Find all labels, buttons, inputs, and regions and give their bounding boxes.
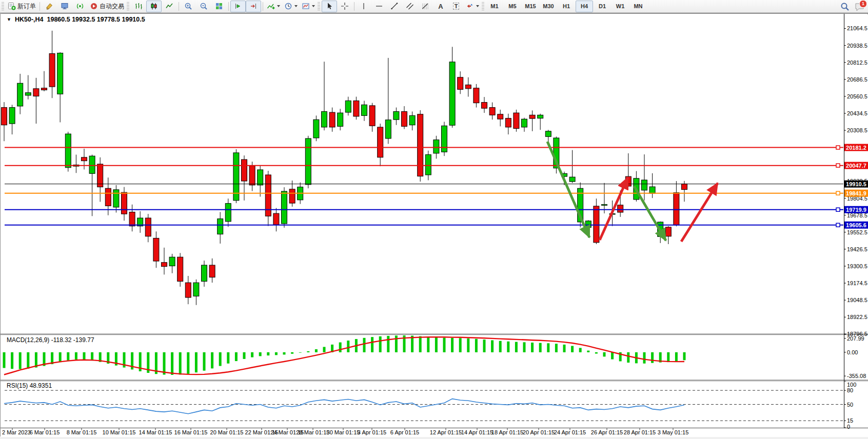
text-tool-button[interactable]: A <box>433 1 448 12</box>
zoom-in-button[interactable] <box>181 1 196 12</box>
candle-body[interactable] <box>594 206 599 243</box>
candle-body[interactable] <box>498 114 503 119</box>
candle-body[interactable] <box>569 177 575 182</box>
candle-body[interactable] <box>482 103 487 109</box>
candle-body[interactable] <box>338 113 343 126</box>
candle-body[interactable] <box>458 77 463 90</box>
candle-body[interactable] <box>433 140 439 153</box>
candle-body[interactable] <box>82 157 87 161</box>
candle-body[interactable] <box>529 115 535 118</box>
autotrading-button[interactable]: 自动交易 <box>88 1 126 12</box>
candle-body[interactable] <box>122 192 127 214</box>
candle-body[interactable] <box>545 131 551 137</box>
candle-body[interactable] <box>193 283 199 296</box>
trendline-tool-button[interactable] <box>387 1 402 12</box>
candle-body[interactable] <box>369 106 375 126</box>
chart-shift-button[interactable] <box>246 1 261 12</box>
chart-window[interactable]: ▼ HK50-,H4 19860.5 19932.5 19778.5 19910… <box>0 13 868 436</box>
styles-button[interactable] <box>42 1 57 12</box>
candle-body[interactable] <box>665 227 671 236</box>
candle-body[interactable] <box>209 265 215 277</box>
toolbar-grip[interactable] <box>127 2 129 10</box>
candle-body[interactable] <box>105 188 111 206</box>
candle-body[interactable] <box>153 238 159 261</box>
zoom-out-button[interactable] <box>196 1 211 12</box>
candle-body[interactable] <box>345 101 351 112</box>
timeframe-m30-button[interactable]: M30 <box>540 1 557 12</box>
candle-body[interactable] <box>449 62 455 125</box>
chart-canvas[interactable]: 21064.520938.520812.520686.520560.520434… <box>1 13 868 437</box>
timeframe-h1-button[interactable]: H1 <box>558 1 575 12</box>
candle-body[interactable] <box>169 257 175 266</box>
candle-body[interactable] <box>282 191 287 224</box>
candlestick-chart-button[interactable] <box>146 1 162 12</box>
market-window-button[interactable] <box>57 1 72 12</box>
toolbar-grip[interactable] <box>482 2 484 10</box>
macd-pane[interactable] <box>5 335 843 379</box>
vertical-line-tool-button[interactable] <box>356 1 371 12</box>
candle-body[interactable] <box>258 170 263 185</box>
candle-body[interactable] <box>409 115 415 125</box>
candle-body[interactable] <box>618 205 623 212</box>
hline-anchor[interactable] <box>836 146 840 149</box>
equidistant-channel-tool-button[interactable] <box>402 1 418 12</box>
candle-body[interactable] <box>353 101 359 116</box>
indicators-button[interactable] <box>265 1 282 12</box>
tile-windows-button[interactable] <box>211 1 227 12</box>
candle-body[interactable] <box>385 120 391 138</box>
candle-body[interactable] <box>378 127 383 157</box>
templates-button[interactable] <box>300 1 317 12</box>
horizontal-line-tool-button[interactable] <box>371 1 387 12</box>
candle-body[interactable] <box>289 189 295 203</box>
timeframe-mn-button[interactable]: MN <box>629 1 647 12</box>
candle-body[interactable] <box>682 184 687 190</box>
cursor-tool-button[interactable] <box>322 1 337 12</box>
candle-body[interactable] <box>225 204 231 222</box>
candle-body[interactable] <box>97 164 103 187</box>
candle-body[interactable] <box>218 219 223 234</box>
hline-anchor[interactable] <box>836 208 840 211</box>
candle-body[interactable] <box>602 205 607 206</box>
arrows-tool-button[interactable] <box>464 1 481 12</box>
timeframe-d1-button[interactable]: D1 <box>594 1 611 12</box>
candle-body[interactable] <box>202 265 207 282</box>
candle-body[interactable] <box>642 180 647 190</box>
candle-body[interactable] <box>474 88 479 103</box>
candle-body[interactable] <box>514 113 519 128</box>
candle-body[interactable] <box>273 213 279 225</box>
candle-body[interactable] <box>177 257 183 281</box>
timeframe-m15-button[interactable]: M15 <box>522 1 539 12</box>
candle-body[interactable] <box>585 221 591 228</box>
candle-body[interactable] <box>402 111 407 126</box>
candle-body[interactable] <box>17 83 23 106</box>
timeframe-h4-button[interactable]: H4 <box>576 1 593 12</box>
auto-scroll-button[interactable] <box>230 1 246 12</box>
candle-body[interactable] <box>313 119 319 138</box>
candle-body[interactable] <box>65 134 71 168</box>
candle-body[interactable] <box>465 85 471 88</box>
candle-body[interactable] <box>505 118 511 127</box>
candle-body[interactable] <box>42 88 47 90</box>
candle-body[interactable] <box>489 108 495 115</box>
signals-button[interactable] <box>72 1 88 12</box>
candle-body[interactable] <box>522 119 527 127</box>
candle-body[interactable] <box>49 53 55 87</box>
candle-body[interactable] <box>393 111 399 119</box>
candle-body[interactable] <box>113 190 119 207</box>
notifications-button[interactable]: 1 <box>855 2 865 11</box>
hline-anchor[interactable] <box>836 223 840 227</box>
timeframe-m5-button[interactable]: M5 <box>504 1 521 12</box>
symbol-caret-icon[interactable]: ▼ <box>7 17 11 22</box>
candle-body[interactable] <box>2 108 7 125</box>
toolbar-grip[interactable] <box>318 2 320 10</box>
candle-body[interactable] <box>322 111 327 127</box>
periods-button[interactable] <box>282 1 300 12</box>
candle-body[interactable] <box>33 89 39 96</box>
candle-body[interactable] <box>129 212 135 226</box>
candle-body[interactable] <box>329 112 335 127</box>
candle-body[interactable] <box>57 53 63 94</box>
candle-body[interactable] <box>418 114 423 176</box>
main-chart-area[interactable] <box>5 14 843 334</box>
candle-body[interactable] <box>362 105 367 115</box>
candle-body[interactable] <box>249 166 255 185</box>
